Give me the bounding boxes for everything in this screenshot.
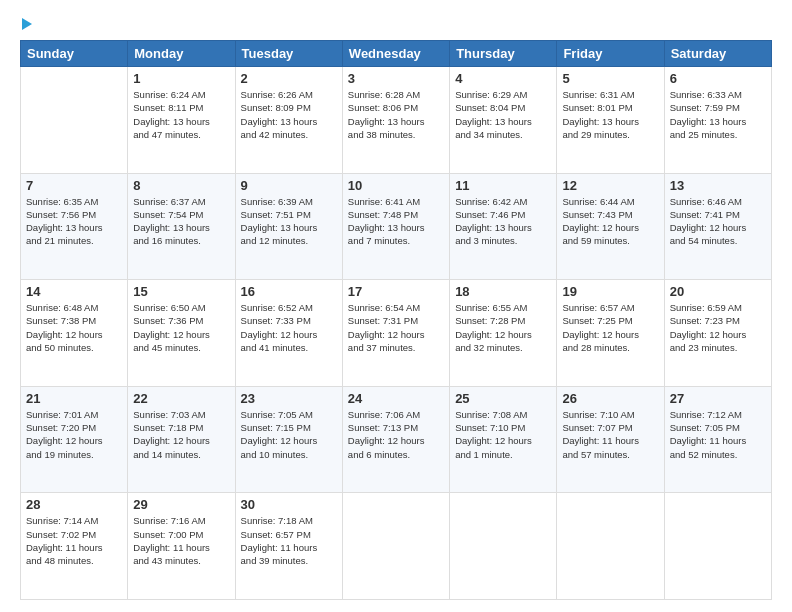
calendar-cell: 26Sunrise: 7:10 AM Sunset: 7:07 PM Dayli… <box>557 386 664 493</box>
calendar-cell: 16Sunrise: 6:52 AM Sunset: 7:33 PM Dayli… <box>235 280 342 387</box>
day-info: Sunrise: 7:05 AM Sunset: 7:15 PM Dayligh… <box>241 408 337 461</box>
calendar-week-4: 21Sunrise: 7:01 AM Sunset: 7:20 PM Dayli… <box>21 386 772 493</box>
day-info: Sunrise: 6:28 AM Sunset: 8:06 PM Dayligh… <box>348 88 444 141</box>
calendar-cell: 3Sunrise: 6:28 AM Sunset: 8:06 PM Daylig… <box>342 67 449 174</box>
calendar-cell: 22Sunrise: 7:03 AM Sunset: 7:18 PM Dayli… <box>128 386 235 493</box>
header <box>20 18 772 30</box>
day-number: 6 <box>670 71 766 86</box>
col-header-saturday: Saturday <box>664 41 771 67</box>
day-info: Sunrise: 6:29 AM Sunset: 8:04 PM Dayligh… <box>455 88 551 141</box>
day-number: 10 <box>348 178 444 193</box>
calendar-cell: 29Sunrise: 7:16 AM Sunset: 7:00 PM Dayli… <box>128 493 235 600</box>
day-info: Sunrise: 7:03 AM Sunset: 7:18 PM Dayligh… <box>133 408 229 461</box>
calendar-cell: 10Sunrise: 6:41 AM Sunset: 7:48 PM Dayli… <box>342 173 449 280</box>
day-info: Sunrise: 7:16 AM Sunset: 7:00 PM Dayligh… <box>133 514 229 567</box>
logo <box>20 18 100 30</box>
day-number: 15 <box>133 284 229 299</box>
day-info: Sunrise: 6:57 AM Sunset: 7:25 PM Dayligh… <box>562 301 658 354</box>
calendar-cell: 8Sunrise: 6:37 AM Sunset: 7:54 PM Daylig… <box>128 173 235 280</box>
calendar-cell: 25Sunrise: 7:08 AM Sunset: 7:10 PM Dayli… <box>450 386 557 493</box>
col-header-wednesday: Wednesday <box>342 41 449 67</box>
day-info: Sunrise: 7:08 AM Sunset: 7:10 PM Dayligh… <box>455 408 551 461</box>
calendar-header-row: SundayMondayTuesdayWednesdayThursdayFrid… <box>21 41 772 67</box>
day-info: Sunrise: 6:44 AM Sunset: 7:43 PM Dayligh… <box>562 195 658 248</box>
day-number: 5 <box>562 71 658 86</box>
day-number: 19 <box>562 284 658 299</box>
calendar-cell: 24Sunrise: 7:06 AM Sunset: 7:13 PM Dayli… <box>342 386 449 493</box>
calendar-cell: 15Sunrise: 6:50 AM Sunset: 7:36 PM Dayli… <box>128 280 235 387</box>
calendar-cell: 4Sunrise: 6:29 AM Sunset: 8:04 PM Daylig… <box>450 67 557 174</box>
col-header-monday: Monday <box>128 41 235 67</box>
calendar-cell: 5Sunrise: 6:31 AM Sunset: 8:01 PM Daylig… <box>557 67 664 174</box>
day-number: 12 <box>562 178 658 193</box>
day-info: Sunrise: 6:35 AM Sunset: 7:56 PM Dayligh… <box>26 195 122 248</box>
day-number: 7 <box>26 178 122 193</box>
day-info: Sunrise: 6:24 AM Sunset: 8:11 PM Dayligh… <box>133 88 229 141</box>
day-number: 1 <box>133 71 229 86</box>
day-info: Sunrise: 6:39 AM Sunset: 7:51 PM Dayligh… <box>241 195 337 248</box>
day-number: 27 <box>670 391 766 406</box>
col-header-friday: Friday <box>557 41 664 67</box>
calendar-cell: 2Sunrise: 6:26 AM Sunset: 8:09 PM Daylig… <box>235 67 342 174</box>
logo-triangle-icon <box>22 18 32 30</box>
day-info: Sunrise: 6:26 AM Sunset: 8:09 PM Dayligh… <box>241 88 337 141</box>
day-info: Sunrise: 7:01 AM Sunset: 7:20 PM Dayligh… <box>26 408 122 461</box>
calendar-cell: 19Sunrise: 6:57 AM Sunset: 7:25 PM Dayli… <box>557 280 664 387</box>
day-number: 18 <box>455 284 551 299</box>
day-info: Sunrise: 6:48 AM Sunset: 7:38 PM Dayligh… <box>26 301 122 354</box>
calendar-cell: 7Sunrise: 6:35 AM Sunset: 7:56 PM Daylig… <box>21 173 128 280</box>
day-info: Sunrise: 6:46 AM Sunset: 7:41 PM Dayligh… <box>670 195 766 248</box>
calendar-table: SundayMondayTuesdayWednesdayThursdayFrid… <box>20 40 772 600</box>
day-info: Sunrise: 7:14 AM Sunset: 7:02 PM Dayligh… <box>26 514 122 567</box>
calendar-cell: 1Sunrise: 6:24 AM Sunset: 8:11 PM Daylig… <box>128 67 235 174</box>
col-header-sunday: Sunday <box>21 41 128 67</box>
day-info: Sunrise: 6:31 AM Sunset: 8:01 PM Dayligh… <box>562 88 658 141</box>
calendar-cell: 14Sunrise: 6:48 AM Sunset: 7:38 PM Dayli… <box>21 280 128 387</box>
calendar-cell: 17Sunrise: 6:54 AM Sunset: 7:31 PM Dayli… <box>342 280 449 387</box>
day-info: Sunrise: 7:10 AM Sunset: 7:07 PM Dayligh… <box>562 408 658 461</box>
day-number: 21 <box>26 391 122 406</box>
day-number: 20 <box>670 284 766 299</box>
day-info: Sunrise: 6:59 AM Sunset: 7:23 PM Dayligh… <box>670 301 766 354</box>
day-info: Sunrise: 6:55 AM Sunset: 7:28 PM Dayligh… <box>455 301 551 354</box>
day-number: 16 <box>241 284 337 299</box>
day-number: 13 <box>670 178 766 193</box>
day-info: Sunrise: 6:54 AM Sunset: 7:31 PM Dayligh… <box>348 301 444 354</box>
col-header-thursday: Thursday <box>450 41 557 67</box>
calendar-cell: 30Sunrise: 7:18 AM Sunset: 6:57 PM Dayli… <box>235 493 342 600</box>
day-number: 8 <box>133 178 229 193</box>
calendar-cell: 20Sunrise: 6:59 AM Sunset: 7:23 PM Dayli… <box>664 280 771 387</box>
page: SundayMondayTuesdayWednesdayThursdayFrid… <box>0 0 792 612</box>
calendar-cell: 12Sunrise: 6:44 AM Sunset: 7:43 PM Dayli… <box>557 173 664 280</box>
calendar-cell: 21Sunrise: 7:01 AM Sunset: 7:20 PM Dayli… <box>21 386 128 493</box>
day-number: 29 <box>133 497 229 512</box>
day-number: 23 <box>241 391 337 406</box>
day-info: Sunrise: 6:33 AM Sunset: 7:59 PM Dayligh… <box>670 88 766 141</box>
day-number: 22 <box>133 391 229 406</box>
day-number: 11 <box>455 178 551 193</box>
calendar-cell <box>21 67 128 174</box>
calendar-cell: 9Sunrise: 6:39 AM Sunset: 7:51 PM Daylig… <box>235 173 342 280</box>
calendar-cell: 11Sunrise: 6:42 AM Sunset: 7:46 PM Dayli… <box>450 173 557 280</box>
calendar-cell <box>664 493 771 600</box>
day-info: Sunrise: 6:42 AM Sunset: 7:46 PM Dayligh… <box>455 195 551 248</box>
day-number: 4 <box>455 71 551 86</box>
calendar-week-3: 14Sunrise: 6:48 AM Sunset: 7:38 PM Dayli… <box>21 280 772 387</box>
day-number: 30 <box>241 497 337 512</box>
day-number: 25 <box>455 391 551 406</box>
calendar-cell: 6Sunrise: 6:33 AM Sunset: 7:59 PM Daylig… <box>664 67 771 174</box>
calendar-cell: 23Sunrise: 7:05 AM Sunset: 7:15 PM Dayli… <box>235 386 342 493</box>
calendar-week-5: 28Sunrise: 7:14 AM Sunset: 7:02 PM Dayli… <box>21 493 772 600</box>
day-number: 24 <box>348 391 444 406</box>
calendar-cell: 28Sunrise: 7:14 AM Sunset: 7:02 PM Dayli… <box>21 493 128 600</box>
calendar-cell <box>450 493 557 600</box>
day-info: Sunrise: 6:41 AM Sunset: 7:48 PM Dayligh… <box>348 195 444 248</box>
day-number: 17 <box>348 284 444 299</box>
calendar-cell <box>342 493 449 600</box>
calendar-week-1: 1Sunrise: 6:24 AM Sunset: 8:11 PM Daylig… <box>21 67 772 174</box>
day-info: Sunrise: 6:50 AM Sunset: 7:36 PM Dayligh… <box>133 301 229 354</box>
calendar-cell: 18Sunrise: 6:55 AM Sunset: 7:28 PM Dayli… <box>450 280 557 387</box>
day-info: Sunrise: 6:37 AM Sunset: 7:54 PM Dayligh… <box>133 195 229 248</box>
calendar-cell: 13Sunrise: 6:46 AM Sunset: 7:41 PM Dayli… <box>664 173 771 280</box>
col-header-tuesday: Tuesday <box>235 41 342 67</box>
